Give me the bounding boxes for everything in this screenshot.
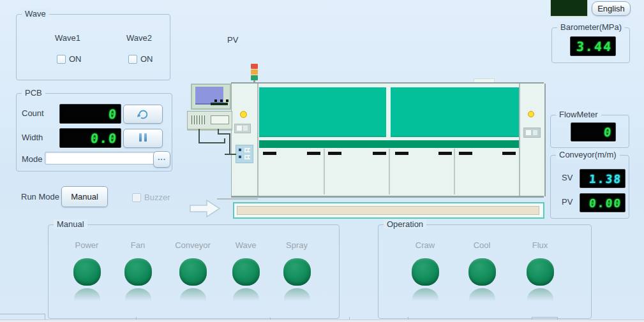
operation-flux-button[interactable]: Flux <box>513 240 567 305</box>
flux-sphere-button[interactable] <box>527 258 554 286</box>
cool-sphere-button[interactable] <box>468 258 496 286</box>
hmi-screen: English Barometer(MPa) 3.44 FlowMeter 0 … <box>0 0 644 322</box>
pcb-mode-input[interactable] <box>45 152 155 165</box>
sphere-reflection <box>74 288 100 305</box>
machine-right-column-divider <box>519 84 520 196</box>
craw-sphere-button[interactable] <box>412 258 439 286</box>
conveyor-title: Conveyor(m/m) <box>556 150 620 159</box>
pc-keyboard-keys <box>214 99 228 102</box>
tower-light-icon <box>251 64 258 84</box>
manual-fan-button[interactable]: Fan <box>111 240 165 305</box>
teal-panel-left <box>259 87 386 137</box>
door-handle <box>263 152 276 155</box>
sphere-reflection <box>125 288 151 305</box>
manual-group-title: Manual <box>54 219 87 229</box>
door-handle <box>373 152 386 155</box>
arrow-right-icon <box>190 200 221 217</box>
spray-sphere-button[interactable] <box>283 258 311 286</box>
sphere-reflection <box>233 288 259 305</box>
cabinet-door-divider <box>389 149 390 194</box>
language-button[interactable]: English <box>592 1 631 16</box>
manual-power-button[interactable]: Power <box>60 240 114 305</box>
sphere-reflection <box>412 288 438 305</box>
machine-green-strip <box>259 140 519 148</box>
pcb-mode-label: Mode <box>22 154 43 164</box>
run-mode-label: Run Mode <box>21 192 59 201</box>
wave-group-title: Wave <box>22 9 49 18</box>
door-handle <box>307 152 320 155</box>
machine-pv-label: PV <box>227 35 238 45</box>
pcb-group-title: PCB <box>22 88 45 98</box>
door-handle <box>395 152 408 155</box>
pcb-count-label: Count <box>22 108 44 118</box>
conveyor-sphere-button[interactable] <box>179 258 207 286</box>
teal-panel-right <box>391 87 519 137</box>
sphere-reflection <box>180 288 206 305</box>
pcb-group: PCB Count 0 Width 0.0 Mode ... <box>16 93 172 172</box>
sphere-reflection <box>284 288 310 305</box>
pcb-count-reset-button[interactable] <box>123 105 163 124</box>
logo-box <box>550 0 588 17</box>
operation-group: Operation Craw Cool Flux <box>378 224 592 319</box>
sphere-reflection <box>469 288 495 305</box>
bottom-panel-edge <box>0 314 45 314</box>
conveyor-sv-label: SV <box>562 173 573 182</box>
manual-wave-button[interactable]: Wave <box>219 240 273 305</box>
power-sphere-button[interactable] <box>73 258 101 286</box>
operation-group-title: Operation <box>384 219 426 229</box>
pc-keyboard-icon <box>211 103 228 105</box>
checkbox-icon[interactable] <box>57 55 66 64</box>
machine-left-column-divider <box>257 84 258 196</box>
conveyor-sv-display: 1.38 <box>580 169 625 188</box>
conveyor-pv-label: PV <box>562 197 573 207</box>
door-handle <box>438 152 452 155</box>
buzzer-checkbox[interactable]: Buzzer <box>132 193 170 202</box>
pcb-count-display: 0 <box>59 104 121 124</box>
manual-group: Manual Power Fan Conveyor Wave Spray <box>48 224 340 319</box>
door-handle <box>459 152 472 155</box>
barometer-group: Barometer(MPa) 3.44 <box>551 27 630 63</box>
indicator-lamp-icon <box>528 111 534 117</box>
pcb-width-label: Width <box>22 133 43 142</box>
operation-craw-button[interactable]: Craw <box>398 240 452 305</box>
conveyor-track <box>233 202 544 219</box>
flowmeter-display: 0 <box>571 122 616 142</box>
checkbox-icon[interactable] <box>128 55 137 64</box>
barometer-display: 3.44 <box>570 36 616 56</box>
flowmeter-title: FlowMeter <box>556 110 601 119</box>
wave1-label: Wave1 <box>39 33 96 43</box>
machine-bottom-edge <box>231 196 544 198</box>
ellipsis-icon: ... <box>158 156 166 163</box>
run-mode-button-label: Manual <box>71 192 98 201</box>
bottom-strip <box>0 319 644 322</box>
manual-spray-button[interactable]: Spray <box>270 240 324 305</box>
wave2-label: Wave2 <box>110 33 168 43</box>
checkbox-icon[interactable] <box>132 193 141 202</box>
sphere-reflection <box>527 288 553 305</box>
wave1-on-checkbox[interactable]: ON <box>57 54 82 64</box>
pcb-mode-browse-button[interactable]: ... <box>153 151 170 168</box>
reset-icon <box>137 108 149 120</box>
wave-sphere-button[interactable] <box>232 258 260 286</box>
conveyor-pv-display: 0.00 <box>580 193 625 212</box>
machine-bottom-step <box>217 198 258 200</box>
door-handle <box>502 152 516 155</box>
manual-conveyor-button[interactable]: Conveyor <box>166 240 220 305</box>
pcb-width-pause-button[interactable] <box>123 129 163 148</box>
barometer-title: Barometer(MPa) <box>557 22 625 32</box>
door-handle <box>328 152 341 155</box>
indicator-lamp-icon <box>240 111 247 118</box>
wave-group: Wave Wave1 Wave2 ON ON <box>16 14 170 80</box>
cabinet-door-divider <box>324 149 325 194</box>
chassis-display-slot <box>211 115 229 124</box>
pause-icon <box>138 133 148 143</box>
chassis-vents <box>191 115 207 124</box>
conveyor-group: Conveyor(m/m) SV 1.38 PV 0.00 <box>550 155 629 219</box>
run-mode-button[interactable]: Manual <box>61 186 108 207</box>
cabinet-door-divider <box>454 149 455 194</box>
fan-sphere-button[interactable] <box>124 258 152 286</box>
wave2-on-checkbox[interactable]: ON <box>128 54 153 64</box>
language-button-label: English <box>597 4 625 13</box>
pc-monitor-icon <box>191 84 231 110</box>
operation-cool-button[interactable]: Cool <box>455 240 509 305</box>
